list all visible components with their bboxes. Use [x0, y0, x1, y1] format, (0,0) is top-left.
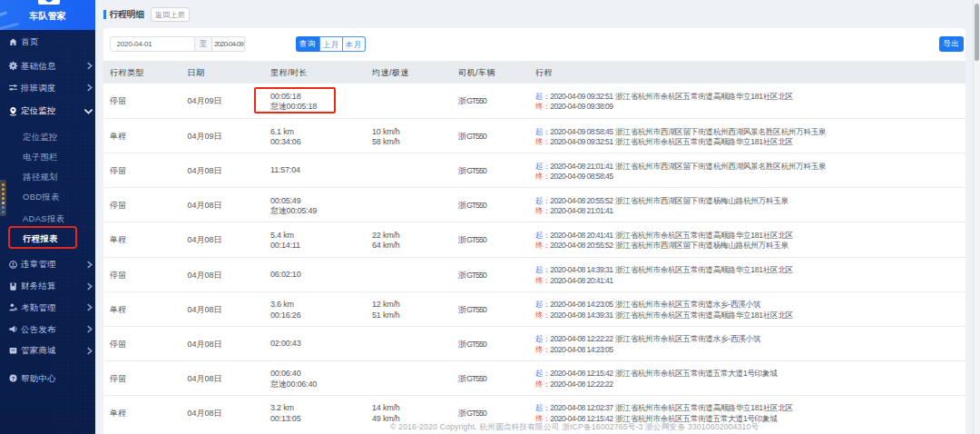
svg-text:?: ? [12, 376, 15, 381]
